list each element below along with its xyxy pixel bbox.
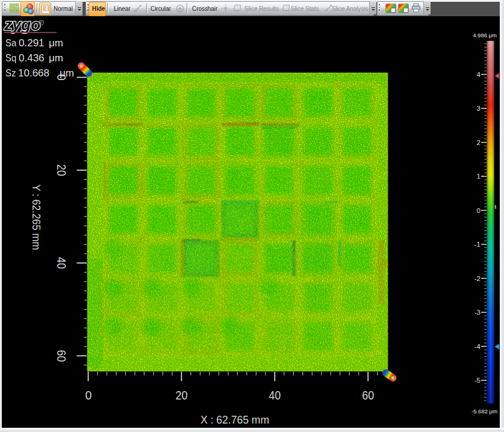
- svg-text:zygo: zygo: [4, 16, 40, 34]
- svg-text:4: 4: [477, 71, 481, 78]
- svg-text:40: 40: [269, 389, 281, 402]
- svg-text:1: 1: [477, 173, 481, 180]
- svg-text:40: 40: [55, 257, 68, 269]
- svg-text:Y : 62.265 mm: Y : 62.265 mm: [30, 185, 43, 250]
- svg-text:20: 20: [55, 164, 68, 176]
- svg-text:X : 62.765 mm: X : 62.765 mm: [201, 413, 269, 426]
- svg-text:-1: -1: [474, 241, 481, 248]
- svg-text:-5: -5: [474, 377, 481, 384]
- svg-text:-5.682 μm: -5.682 μm: [471, 408, 497, 415]
- svg-text:60: 60: [362, 389, 374, 402]
- svg-text:0: 0: [86, 389, 92, 402]
- svg-text:60: 60: [55, 350, 68, 362]
- svg-text:0: 0: [477, 207, 481, 214]
- svg-text:2: 2: [477, 139, 481, 146]
- svg-text:-3: -3: [474, 309, 481, 316]
- svg-text:-2: -2: [474, 275, 481, 282]
- svg-text:3: 3: [477, 105, 481, 112]
- svg-text:4.986 μm: 4.986 μm: [473, 32, 497, 39]
- svg-text:-4: -4: [474, 343, 481, 350]
- svg-text:20: 20: [175, 389, 187, 402]
